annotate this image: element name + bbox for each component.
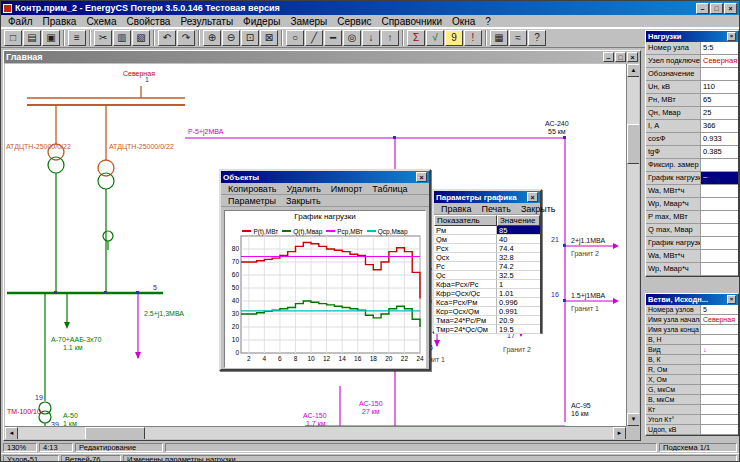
param-value[interactable]: 1.01 xyxy=(497,289,540,298)
chart-icon[interactable]: ≈ xyxy=(509,30,527,46)
menu-item[interactable]: Замеры xyxy=(285,16,332,27)
dialog-menu-item[interactable]: Закрыть xyxy=(281,196,326,206)
property-row[interactable]: Обозначение xyxy=(646,68,738,81)
menu-item[interactable]: Результаты xyxy=(175,16,238,27)
param-row[interactable]: Кфр=Qсх/Qс 1.01 xyxy=(434,289,540,298)
zoom-window-icon[interactable]: ⊡ xyxy=(241,30,259,46)
param-value[interactable]: 19.5 xyxy=(497,325,540,334)
property-row[interactable]: В, К xyxy=(646,355,738,365)
paste-icon[interactable]: ▧ xyxy=(132,30,150,46)
branch-tool-icon[interactable]: ╱ xyxy=(305,30,323,46)
scroll-down-icon[interactable]: ▼ xyxy=(627,413,639,426)
close-icon[interactable]: × xyxy=(527,192,538,202)
property-value[interactable] xyxy=(701,355,738,364)
property-value[interactable] xyxy=(701,224,738,236)
calc-icon[interactable]: Σ xyxy=(407,30,425,46)
property-value[interactable] xyxy=(701,185,738,197)
property-row[interactable]: Вид ↓ xyxy=(646,345,738,355)
bus-tool-icon[interactable]: ━ xyxy=(324,30,342,46)
zoom-out-icon[interactable]: ⊖ xyxy=(222,30,240,46)
param-value[interactable]: 74.4 xyxy=(497,244,540,253)
dialog-menu-item[interactable]: Копировать xyxy=(223,184,281,194)
redo-icon[interactable]: ↷ xyxy=(177,30,195,46)
objects-dialog-titlebar[interactable]: Объекты × xyxy=(221,171,429,183)
branches-panel-titlebar[interactable]: Ветви, Исходн... × xyxy=(646,294,738,305)
menu-item[interactable]: Окна xyxy=(447,16,480,27)
property-value[interactable]: Северная xyxy=(701,55,738,67)
help-icon[interactable]: ? xyxy=(528,30,546,46)
maximize-button[interactable]: □ xyxy=(710,3,723,14)
param-row[interactable]: Рсх 74.4 xyxy=(434,244,540,253)
scroll-right-icon[interactable]: ► xyxy=(613,427,626,439)
property-value[interactable] xyxy=(701,325,738,334)
property-row[interactable]: Рн, МВт 65 xyxy=(646,94,738,107)
property-row[interactable]: Имя узла начала Северная xyxy=(646,315,738,325)
new-icon[interactable]: □ xyxy=(4,30,22,46)
horizontal-scrollbar[interactable]: ◄ ► xyxy=(5,426,626,439)
param-value[interactable]: 85 xyxy=(497,226,540,235)
child-minimize-button[interactable]: – xyxy=(603,52,614,62)
property-row[interactable]: Узел подключения Северная xyxy=(646,55,738,68)
property-value[interactable] xyxy=(701,365,738,374)
dialog-menu-item[interactable]: Правка xyxy=(436,204,476,214)
dialog-menu-item[interactable]: Параметры xyxy=(223,196,281,206)
scroll-up-icon[interactable]: ▲ xyxy=(627,64,639,77)
param-row[interactable]: Рс 74.2 xyxy=(434,262,540,271)
property-row[interactable]: Фиксир. замер xyxy=(646,159,738,172)
save-icon[interactable]: ▣ xyxy=(42,30,60,46)
property-row[interactable]: График нагрузки ~ xyxy=(646,172,738,185)
source-tool-icon[interactable]: ↑ xyxy=(381,30,399,46)
menu-item[interactable]: Сервис xyxy=(332,16,376,27)
close-icon[interactable]: × xyxy=(416,172,427,182)
property-row[interactable]: Q max, Мвар xyxy=(646,224,738,237)
node-tool-icon[interactable]: ○ xyxy=(286,30,304,46)
property-value[interactable]: 0.385 xyxy=(701,146,738,158)
property-row[interactable]: Номер узла 5:5 xyxy=(646,42,738,55)
load-tool-icon[interactable]: ↓ xyxy=(362,30,380,46)
menu-item[interactable]: Файл xyxy=(3,16,38,27)
property-row[interactable]: I, А 366 xyxy=(646,120,738,133)
minimize-button[interactable]: – xyxy=(696,3,709,14)
property-value[interactable]: 5:5 xyxy=(701,42,738,54)
property-row[interactable]: cosФ 0.933 xyxy=(646,133,738,146)
results-icon[interactable]: √ xyxy=(426,30,444,46)
param-value[interactable]: 0.996 xyxy=(497,298,540,307)
param-row[interactable]: Тмр=24*Qс/Qм 19.5 xyxy=(434,325,540,334)
dialog-menu-item[interactable]: Импорт xyxy=(326,184,367,194)
property-value[interactable] xyxy=(701,211,738,223)
property-row[interactable]: Wр, Мвар*ч xyxy=(646,198,738,211)
menu-item[interactable]: Справочники xyxy=(376,16,447,27)
param-value[interactable]: 74.2 xyxy=(497,262,540,271)
menu-item[interactable]: Схема xyxy=(81,16,121,27)
property-value[interactable] xyxy=(701,335,738,344)
property-value[interactable] xyxy=(701,385,738,394)
property-row[interactable]: Wр, Мвар*ч xyxy=(646,263,738,276)
property-row[interactable]: Кт xyxy=(646,405,738,415)
param-row[interactable]: Тма=24*Рс/Рм 20.9 xyxy=(434,316,540,325)
property-value[interactable]: 366 xyxy=(701,120,738,132)
child-restore-button[interactable]: □ xyxy=(615,52,626,62)
param-row[interactable]: Qс 32.5 xyxy=(434,271,540,280)
param-value[interactable]: 1 xyxy=(497,280,540,289)
menu-item[interactable]: ? xyxy=(480,16,496,27)
property-value[interactable] xyxy=(701,263,738,275)
print-icon[interactable]: ≡ xyxy=(68,30,86,46)
open-icon[interactable]: ▤ xyxy=(23,30,41,46)
property-value[interactable] xyxy=(701,375,738,384)
transformer-tool-icon[interactable]: ◎ xyxy=(343,30,361,46)
param-value[interactable]: 0.991 xyxy=(497,307,540,316)
zoom-in-icon[interactable]: ⊕ xyxy=(203,30,221,46)
property-value[interactable]: ~ xyxy=(701,172,738,184)
close-button[interactable]: × xyxy=(724,3,737,14)
child-titlebar[interactable]: Главная –□× xyxy=(4,51,640,63)
dialog-menu-item[interactable]: Закрыть xyxy=(516,204,561,214)
param-row[interactable]: Кср=Qсх/Qм 0.991 xyxy=(434,307,540,316)
load-chart[interactable]: 2468101214161820222401020304050607080 xyxy=(225,232,425,364)
param-row[interactable]: Qм 40 xyxy=(434,235,540,244)
property-row[interactable]: Uн, кВ 110 xyxy=(646,81,738,94)
menu-item[interactable]: Фидеры xyxy=(238,16,285,27)
property-row[interactable]: Wa, МВт*ч xyxy=(646,250,738,263)
property-value[interactable] xyxy=(701,415,738,424)
scroll-left-icon[interactable]: ◄ xyxy=(5,427,18,439)
param-row[interactable]: Кса=Рсх/Рм 0.996 xyxy=(434,298,540,307)
